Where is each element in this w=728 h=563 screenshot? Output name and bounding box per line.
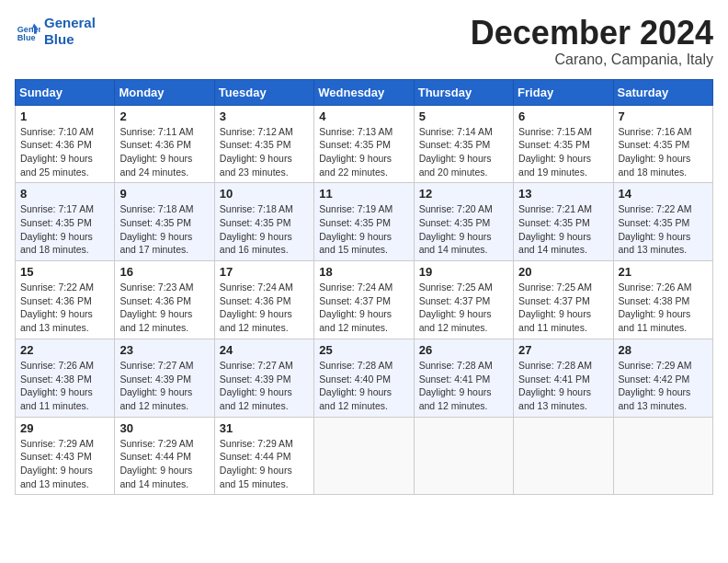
calendar-cell: 19 Sunrise: 7:25 AMSunset: 4:37 PMDaylig… (414, 261, 513, 339)
day-of-week-header: Friday (514, 79, 613, 105)
day-number: 30 (119, 421, 209, 435)
day-info: Sunrise: 7:25 AMSunset: 4:37 PMDaylight:… (518, 281, 608, 335)
calendar-cell: 21 Sunrise: 7:26 AMSunset: 4:38 PMDaylig… (613, 261, 712, 339)
day-info: Sunrise: 7:22 AMSunset: 4:36 PMDaylight:… (20, 281, 109, 335)
calendar-table: SundayMondayTuesdayWednesdayThursdayFrid… (15, 79, 713, 496)
day-number: 25 (319, 343, 408, 357)
day-number: 9 (119, 187, 209, 201)
day-info: Sunrise: 7:16 AMSunset: 4:35 PMDaylight:… (619, 125, 708, 179)
calendar-cell (414, 417, 513, 495)
day-of-week-header: Thursday (414, 79, 513, 105)
day-info: Sunrise: 7:19 AMSunset: 4:35 PMDaylight:… (319, 202, 408, 257)
day-info: Sunrise: 7:18 AMSunset: 4:35 PMDaylight:… (220, 202, 309, 257)
day-number: 8 (20, 187, 109, 201)
day-info: Sunrise: 7:15 AMSunset: 4:35 PMDaylight:… (518, 125, 608, 179)
calendar-cell: 27 Sunrise: 7:28 AMSunset: 4:41 PMDaylig… (514, 339, 613, 417)
logo-icon: General Blue (15, 18, 40, 44)
calendar-cell: 8 Sunrise: 7:17 AMSunset: 4:35 PMDayligh… (16, 183, 115, 261)
calendar-cell: 2 Sunrise: 7:11 AMSunset: 4:36 PMDayligh… (115, 105, 214, 183)
calendar-week-row: 29 Sunrise: 7:29 AMSunset: 4:43 PMDaylig… (16, 417, 713, 495)
day-info: Sunrise: 7:20 AMSunset: 4:35 PMDaylight:… (419, 202, 508, 257)
calendar-cell: 24 Sunrise: 7:27 AMSunset: 4:39 PMDaylig… (214, 339, 313, 417)
day-info: Sunrise: 7:29 AMSunset: 4:44 PMDaylight:… (119, 437, 209, 491)
day-number: 3 (220, 109, 309, 123)
calendar-cell: 12 Sunrise: 7:20 AMSunset: 4:35 PMDaylig… (414, 183, 513, 261)
day-number: 16 (119, 265, 209, 279)
calendar-cell: 25 Sunrise: 7:28 AMSunset: 4:40 PMDaylig… (314, 339, 414, 417)
calendar-cell: 15 Sunrise: 7:22 AMSunset: 4:36 PMDaylig… (16, 261, 115, 339)
day-info: Sunrise: 7:22 AMSunset: 4:35 PMDaylight:… (619, 202, 708, 257)
day-info: Sunrise: 7:24 AMSunset: 4:37 PMDaylight:… (319, 281, 408, 335)
day-number: 2 (119, 109, 209, 123)
day-info: Sunrise: 7:28 AMSunset: 4:40 PMDaylight:… (319, 359, 408, 413)
day-info: Sunrise: 7:27 AMSunset: 4:39 PMDaylight:… (119, 359, 209, 413)
day-info: Sunrise: 7:26 AMSunset: 4:38 PMDaylight:… (619, 281, 708, 335)
svg-text:Blue: Blue (17, 33, 36, 42)
location-subtitle: Carano, Campania, Italy (471, 52, 713, 68)
calendar-cell: 13 Sunrise: 7:21 AMSunset: 4:35 PMDaylig… (514, 183, 613, 261)
calendar-cell (514, 417, 613, 495)
day-info: Sunrise: 7:11 AMSunset: 4:36 PMDaylight:… (119, 125, 209, 179)
day-number: 13 (518, 187, 608, 201)
day-info: Sunrise: 7:25 AMSunset: 4:37 PMDaylight:… (419, 281, 508, 335)
calendar-cell: 1 Sunrise: 7:10 AMSunset: 4:36 PMDayligh… (16, 105, 115, 183)
day-number: 10 (220, 187, 309, 201)
calendar-cell: 9 Sunrise: 7:18 AMSunset: 4:35 PMDayligh… (115, 183, 214, 261)
calendar-cell: 20 Sunrise: 7:25 AMSunset: 4:37 PMDaylig… (514, 261, 613, 339)
day-info: Sunrise: 7:28 AMSunset: 4:41 PMDaylight:… (419, 359, 508, 413)
calendar-cell: 23 Sunrise: 7:27 AMSunset: 4:39 PMDaylig… (115, 339, 214, 417)
calendar-cell: 3 Sunrise: 7:12 AMSunset: 4:35 PMDayligh… (214, 105, 313, 183)
logo: General Blue General Blue (15, 15, 96, 48)
day-info: Sunrise: 7:10 AMSunset: 4:36 PMDaylight:… (20, 125, 109, 179)
calendar-cell: 29 Sunrise: 7:29 AMSunset: 4:43 PMDaylig… (16, 417, 115, 495)
logo-line2: Blue (44, 31, 96, 48)
calendar-header-row: SundayMondayTuesdayWednesdayThursdayFrid… (16, 79, 713, 105)
calendar-cell: 26 Sunrise: 7:28 AMSunset: 4:41 PMDaylig… (414, 339, 513, 417)
calendar-cell: 31 Sunrise: 7:29 AMSunset: 4:44 PMDaylig… (214, 417, 313, 495)
day-number: 29 (20, 421, 109, 435)
day-number: 12 (419, 187, 508, 201)
day-number: 14 (619, 187, 708, 201)
day-info: Sunrise: 7:28 AMSunset: 4:41 PMDaylight:… (518, 359, 608, 413)
day-info: Sunrise: 7:18 AMSunset: 4:35 PMDaylight:… (119, 202, 209, 257)
day-number: 11 (319, 187, 408, 201)
day-number: 24 (220, 343, 309, 357)
calendar-cell: 11 Sunrise: 7:19 AMSunset: 4:35 PMDaylig… (314, 183, 414, 261)
calendar-cell: 30 Sunrise: 7:29 AMSunset: 4:44 PMDaylig… (115, 417, 214, 495)
calendar-cell: 18 Sunrise: 7:24 AMSunset: 4:37 PMDaylig… (314, 261, 414, 339)
day-of-week-header: Saturday (613, 79, 712, 105)
calendar-cell: 14 Sunrise: 7:22 AMSunset: 4:35 PMDaylig… (613, 183, 712, 261)
day-number: 4 (319, 109, 408, 123)
day-of-week-header: Monday (115, 79, 214, 105)
day-info: Sunrise: 7:27 AMSunset: 4:39 PMDaylight:… (220, 359, 309, 413)
day-number: 5 (419, 109, 508, 123)
calendar-cell: 5 Sunrise: 7:14 AMSunset: 4:35 PMDayligh… (414, 105, 513, 183)
calendar-cell: 7 Sunrise: 7:16 AMSunset: 4:35 PMDayligh… (613, 105, 712, 183)
day-info: Sunrise: 7:17 AMSunset: 4:35 PMDaylight:… (20, 202, 109, 257)
day-number: 23 (119, 343, 209, 357)
day-info: Sunrise: 7:21 AMSunset: 4:35 PMDaylight:… (518, 202, 608, 257)
day-of-week-header: Wednesday (314, 79, 414, 105)
calendar-cell: 22 Sunrise: 7:26 AMSunset: 4:38 PMDaylig… (16, 339, 115, 417)
day-number: 22 (20, 343, 109, 357)
day-info: Sunrise: 7:26 AMSunset: 4:38 PMDaylight:… (20, 359, 109, 413)
day-info: Sunrise: 7:29 AMSunset: 4:44 PMDaylight:… (220, 437, 309, 491)
page-header: General Blue General Blue December 2024 … (15, 15, 713, 68)
day-number: 18 (319, 265, 408, 279)
day-of-week-header: Sunday (16, 79, 115, 105)
day-info: Sunrise: 7:24 AMSunset: 4:36 PMDaylight:… (220, 281, 309, 335)
day-info: Sunrise: 7:14 AMSunset: 4:35 PMDaylight:… (419, 125, 508, 179)
calendar-cell (314, 417, 414, 495)
day-number: 7 (619, 109, 708, 123)
day-info: Sunrise: 7:29 AMSunset: 4:42 PMDaylight:… (619, 359, 708, 413)
calendar-cell: 28 Sunrise: 7:29 AMSunset: 4:42 PMDaylig… (613, 339, 712, 417)
day-number: 31 (220, 421, 309, 435)
title-block: December 2024 Carano, Campania, Italy (471, 15, 713, 68)
day-number: 19 (419, 265, 508, 279)
day-number: 26 (419, 343, 508, 357)
day-number: 28 (619, 343, 708, 357)
day-number: 27 (518, 343, 608, 357)
day-number: 1 (20, 109, 109, 123)
day-number: 20 (518, 265, 608, 279)
day-number: 17 (220, 265, 309, 279)
